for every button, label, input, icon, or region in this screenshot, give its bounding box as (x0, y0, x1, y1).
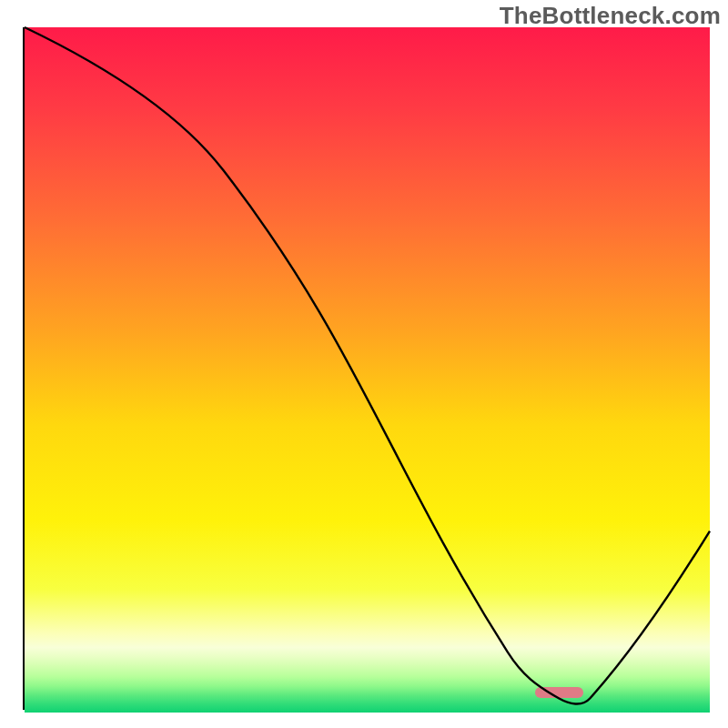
bottleneck-curve (25, 27, 710, 708)
watermark-label: TheBottleneck.com (500, 2, 721, 30)
chart-container: TheBottleneck.com (0, 0, 728, 728)
plot-area (23, 27, 710, 710)
